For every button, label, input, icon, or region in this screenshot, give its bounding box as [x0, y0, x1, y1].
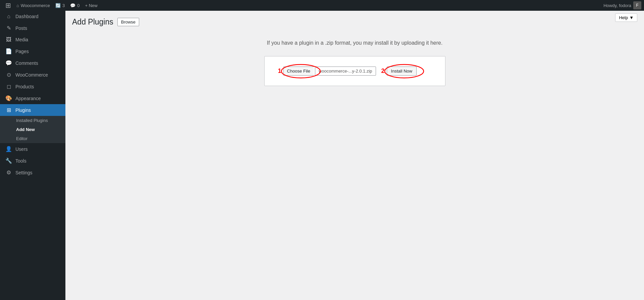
sidebar-label-woocommerce: WooCommerce [15, 72, 48, 78]
sidebar-label-plugins: Plugins [15, 108, 31, 113]
admin-menu: ⌂ Dashboard ✎ Posts 🖼 Media 📄 Pages 💬 Co… [0, 11, 65, 300]
sidebar-item-woocommerce[interactable]: ⊙ WooCommerce [0, 69, 65, 81]
users-icon: 👤 [5, 146, 12, 152]
sidebar-item-posts[interactable]: ✎ Posts [0, 22, 65, 34]
sidebar-label-tools: Tools [15, 158, 26, 164]
comments-icon: 💬 [70, 3, 75, 8]
installed-plugins-label: Installed Plugins [16, 118, 48, 123]
appearance-icon: 🎨 [5, 95, 12, 101]
sidebar-label-pages: Pages [15, 49, 29, 54]
adminbar-right: Howdy, fodora F [603, 1, 641, 9]
plugins-submenu: Installed Plugins Add New Editor [0, 116, 65, 143]
posts-icon: ✎ [5, 25, 12, 31]
settings-icon: ⚙ [5, 169, 12, 176]
editor-label: Editor [16, 136, 28, 141]
page-wrap: Add Plugins Browse If you have a plugin … [72, 17, 637, 86]
products-icon: ◻ [5, 83, 12, 90]
help-arrow-icon: ▼ [629, 15, 634, 20]
help-label: Help [619, 15, 628, 20]
sidebar-label-media: Media [15, 37, 28, 42]
sidebar-item-media[interactable]: 🖼 Media [0, 34, 65, 45]
choose-file-group: 1 Choose File woocommerce-...y-2.0.1.zip [278, 67, 376, 76]
install-now-group: 2 Install Now [381, 67, 417, 76]
sidebar-label-appearance: Appearance [15, 96, 41, 101]
comments-link[interactable]: 💬 0 [67, 0, 82, 11]
sidebar-label-dashboard: Dashboard [15, 14, 39, 19]
dashboard-icon: ⌂ [5, 13, 12, 19]
sidebar-label-settings: Settings [15, 170, 33, 175]
sidebar-item-tools[interactable]: 🔧 Tools [0, 155, 65, 167]
new-content-link[interactable]: + New [83, 0, 100, 11]
choose-file-oval-container: Choose File [283, 67, 314, 76]
sidebar-item-settings[interactable]: ⚙ Settings [0, 167, 65, 178]
annotation-1: 1 [278, 68, 281, 75]
sidebar-label-users: Users [15, 146, 28, 152]
updates-count: 3 [62, 3, 65, 8]
comments-menu-icon: 💬 [5, 60, 12, 66]
sidebar-item-users[interactable]: 👤 Users [0, 143, 65, 155]
submenu-editor[interactable]: Editor [0, 134, 65, 143]
avatar: F [633, 1, 641, 9]
sidebar-item-pages[interactable]: 📄 Pages [0, 45, 65, 57]
howdy-text: Howdy, fodora [603, 3, 631, 8]
sidebar-item-comments[interactable]: 💬 Comments [0, 57, 65, 69]
site-link[interactable]: ⌂ Woocommerce [14, 0, 53, 11]
woocommerce-icon: ⊙ [5, 72, 12, 78]
updates-link[interactable]: 🔄 3 [53, 0, 67, 11]
plugins-icon: ⊞ [5, 107, 12, 113]
install-now-oval-container: Install Now [387, 67, 417, 76]
wp-logo-icon[interactable]: ⊞ [3, 1, 14, 9]
upload-description: If you have a plugin in a .zip format, y… [72, 40, 637, 46]
submenu-installed-plugins[interactable]: Installed Plugins [0, 116, 65, 125]
pages-icon: 📄 [5, 48, 12, 54]
choose-file-button[interactable]: Choose File [283, 67, 314, 76]
site-name: Woocommerce [21, 3, 50, 8]
user-info[interactable]: Howdy, fodora F [603, 1, 641, 9]
sidebar-label-products: Products [15, 84, 34, 89]
media-icon: 🖼 [5, 37, 12, 43]
updates-icon: 🔄 [55, 3, 61, 8]
upload-inner: 1 Choose File woocommerce-...y-2.0.1.zip [278, 67, 417, 76]
add-new-label: Add New [16, 127, 35, 132]
browse-button[interactable]: Browse [117, 18, 139, 26]
sidebar-label-comments: Comments [15, 60, 38, 66]
install-now-button[interactable]: Install Now [387, 67, 417, 76]
annotation-2: 2 [381, 68, 385, 75]
wp-wrap: ⌂ Dashboard ✎ Posts 🖼 Media 📄 Pages 💬 Co… [0, 0, 644, 300]
admin-bar: ⊞ ⌂ Woocommerce 🔄 3 💬 0 + New Howdy, fod… [0, 0, 644, 11]
file-name-display: woocommerce-...y-2.0.1.zip [315, 67, 376, 76]
page-title: Add Plugins [72, 17, 113, 27]
comments-count: 0 [77, 3, 79, 8]
tools-icon: 🔧 [5, 158, 12, 164]
sidebar-label-posts: Posts [15, 26, 27, 31]
home-icon: ⌂ [16, 3, 19, 8]
new-label: + New [85, 3, 98, 8]
sidebar-item-dashboard[interactable]: ⌂ Dashboard [0, 11, 65, 22]
help-button[interactable]: Help ▼ [615, 13, 637, 22]
sidebar-item-products[interactable]: ◻ Products [0, 81, 65, 92]
page-header: Add Plugins Browse [72, 17, 637, 27]
submenu-add-new[interactable]: Add New [0, 125, 65, 134]
sidebar-item-plugins[interactable]: ⊞ Plugins [0, 104, 65, 116]
upload-box: 1 Choose File woocommerce-...y-2.0.1.zip [264, 56, 445, 86]
main-content: Help ▼ Add Plugins Browse If you have a … [65, 11, 644, 300]
sidebar-item-appearance[interactable]: 🎨 Appearance [0, 92, 65, 104]
